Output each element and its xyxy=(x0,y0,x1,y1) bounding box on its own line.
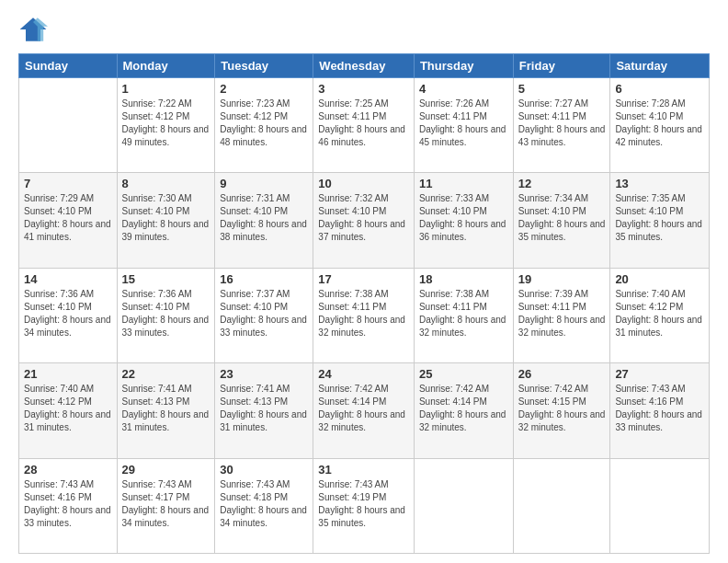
calendar-cell: 5Sunrise: 7:27 AMSunset: 4:11 PMDaylight… xyxy=(513,78,610,173)
cell-day-number: 19 xyxy=(518,272,606,286)
calendar-cell: 10Sunrise: 7:32 AMSunset: 4:10 PMDayligh… xyxy=(313,173,415,268)
cell-info: Sunrise: 7:28 AMSunset: 4:10 PMDaylight:… xyxy=(615,98,704,149)
cell-info: Sunrise: 7:42 AMSunset: 4:14 PMDaylight:… xyxy=(318,383,409,434)
cell-day-number: 26 xyxy=(518,367,606,381)
cell-info: Sunrise: 7:37 AMSunset: 4:10 PMDaylight:… xyxy=(220,288,308,339)
cell-day-number: 31 xyxy=(318,463,409,477)
calendar-cell: 15Sunrise: 7:36 AMSunset: 4:10 PMDayligh… xyxy=(117,268,215,362)
calendar-cell: 25Sunrise: 7:42 AMSunset: 4:14 PMDayligh… xyxy=(414,363,513,458)
calendar-cell: 31Sunrise: 7:43 AMSunset: 4:19 PMDayligh… xyxy=(313,458,415,553)
cell-day-number: 25 xyxy=(419,367,508,381)
header xyxy=(18,15,710,44)
logo xyxy=(18,15,51,44)
cell-info: Sunrise: 7:41 AMSunset: 4:13 PMDaylight:… xyxy=(122,383,210,434)
cell-day-number: 20 xyxy=(615,272,704,286)
calendar-week-row: 14Sunrise: 7:36 AMSunset: 4:10 PMDayligh… xyxy=(19,268,710,362)
calendar-week-row: 28Sunrise: 7:43 AMSunset: 4:16 PMDayligh… xyxy=(19,458,710,553)
cell-day-number: 10 xyxy=(318,177,409,190)
cell-info: Sunrise: 7:29 AMSunset: 4:10 PMDaylight:… xyxy=(24,192,112,244)
cell-day-number: 14 xyxy=(24,272,112,286)
cell-info: Sunrise: 7:32 AMSunset: 4:10 PMDaylight:… xyxy=(318,192,409,244)
calendar-cell: 13Sunrise: 7:35 AMSunset: 4:10 PMDayligh… xyxy=(610,173,710,268)
cell-info: Sunrise: 7:35 AMSunset: 4:10 PMDaylight:… xyxy=(615,192,704,244)
calendar-cell: 18Sunrise: 7:38 AMSunset: 4:11 PMDayligh… xyxy=(414,268,513,362)
cell-info: Sunrise: 7:33 AMSunset: 4:10 PMDaylight:… xyxy=(419,192,508,244)
cell-day-number: 11 xyxy=(419,177,508,190)
cell-day-number: 18 xyxy=(419,272,508,286)
cell-info: Sunrise: 7:30 AMSunset: 4:10 PMDaylight:… xyxy=(122,192,210,244)
cell-info: Sunrise: 7:38 AMSunset: 4:11 PMDaylight:… xyxy=(318,288,409,339)
calendar-cell: 7Sunrise: 7:29 AMSunset: 4:10 PMDaylight… xyxy=(19,173,118,268)
weekday-header: Monday xyxy=(117,54,215,78)
calendar-cell: 9Sunrise: 7:31 AMSunset: 4:10 PMDaylight… xyxy=(215,173,313,268)
cell-info: Sunrise: 7:43 AMSunset: 4:19 PMDaylight:… xyxy=(318,478,409,530)
calendar-cell: 27Sunrise: 7:43 AMSunset: 4:16 PMDayligh… xyxy=(610,363,710,458)
cell-info: Sunrise: 7:25 AMSunset: 4:11 PMDaylight:… xyxy=(318,98,409,149)
calendar-cell xyxy=(610,458,710,553)
cell-info: Sunrise: 7:42 AMSunset: 4:14 PMDaylight:… xyxy=(419,383,508,434)
weekday-header: Wednesday xyxy=(313,54,415,78)
calendar-cell: 29Sunrise: 7:43 AMSunset: 4:17 PMDayligh… xyxy=(117,458,215,553)
cell-day-number: 21 xyxy=(24,367,112,381)
calendar-cell: 3Sunrise: 7:25 AMSunset: 4:11 PMDaylight… xyxy=(313,78,415,173)
calendar-cell: 4Sunrise: 7:26 AMSunset: 4:11 PMDaylight… xyxy=(414,78,513,173)
cell-info: Sunrise: 7:27 AMSunset: 4:11 PMDaylight:… xyxy=(518,98,606,149)
calendar-cell: 23Sunrise: 7:41 AMSunset: 4:13 PMDayligh… xyxy=(215,363,313,458)
calendar-cell: 8Sunrise: 7:30 AMSunset: 4:10 PMDaylight… xyxy=(117,173,215,268)
logo-icon xyxy=(18,15,48,44)
cell-info: Sunrise: 7:34 AMSunset: 4:10 PMDaylight:… xyxy=(518,192,606,244)
calendar-table: SundayMondayTuesdayWednesdayThursdayFrid… xyxy=(18,53,710,554)
cell-info: Sunrise: 7:43 AMSunset: 4:16 PMDaylight:… xyxy=(24,478,112,530)
cell-info: Sunrise: 7:43 AMSunset: 4:17 PMDaylight:… xyxy=(122,478,210,530)
cell-info: Sunrise: 7:42 AMSunset: 4:15 PMDaylight:… xyxy=(518,383,606,434)
cell-day-number: 23 xyxy=(220,367,308,381)
weekday-header: Friday xyxy=(513,54,610,78)
calendar-cell: 20Sunrise: 7:40 AMSunset: 4:12 PMDayligh… xyxy=(610,268,710,362)
calendar-cell xyxy=(414,458,513,553)
calendar-cell: 24Sunrise: 7:42 AMSunset: 4:14 PMDayligh… xyxy=(313,363,415,458)
cell-day-number: 1 xyxy=(122,82,210,96)
cell-day-number: 24 xyxy=(318,367,409,381)
cell-day-number: 8 xyxy=(122,177,210,190)
cell-day-number: 4 xyxy=(419,82,508,96)
cell-info: Sunrise: 7:40 AMSunset: 4:12 PMDaylight:… xyxy=(24,383,112,434)
cell-day-number: 5 xyxy=(518,82,606,96)
cell-info: Sunrise: 7:22 AMSunset: 4:12 PMDaylight:… xyxy=(122,98,210,149)
cell-info: Sunrise: 7:38 AMSunset: 4:11 PMDaylight:… xyxy=(419,288,508,339)
cell-day-number: 16 xyxy=(220,272,308,286)
calendar-cell: 11Sunrise: 7:33 AMSunset: 4:10 PMDayligh… xyxy=(414,173,513,268)
calendar-cell: 6Sunrise: 7:28 AMSunset: 4:10 PMDaylight… xyxy=(610,78,710,173)
page: SundayMondayTuesdayWednesdayThursdayFrid… xyxy=(0,0,728,563)
cell-info: Sunrise: 7:43 AMSunset: 4:18 PMDaylight:… xyxy=(220,478,308,530)
cell-day-number: 30 xyxy=(220,463,308,477)
calendar-header-row: SundayMondayTuesdayWednesdayThursdayFrid… xyxy=(19,54,710,78)
weekday-header: Thursday xyxy=(414,54,513,78)
cell-day-number: 28 xyxy=(24,463,112,477)
cell-day-number: 6 xyxy=(615,82,704,96)
cell-info: Sunrise: 7:31 AMSunset: 4:10 PMDaylight:… xyxy=(220,192,308,244)
calendar-cell: 12Sunrise: 7:34 AMSunset: 4:10 PMDayligh… xyxy=(513,173,610,268)
calendar-cell: 16Sunrise: 7:37 AMSunset: 4:10 PMDayligh… xyxy=(215,268,313,362)
calendar-cell: 22Sunrise: 7:41 AMSunset: 4:13 PMDayligh… xyxy=(117,363,215,458)
cell-info: Sunrise: 7:41 AMSunset: 4:13 PMDaylight:… xyxy=(220,383,308,434)
cell-day-number: 9 xyxy=(220,177,308,190)
calendar-week-row: 1Sunrise: 7:22 AMSunset: 4:12 PMDaylight… xyxy=(19,78,710,173)
cell-info: Sunrise: 7:36 AMSunset: 4:10 PMDaylight:… xyxy=(122,288,210,339)
cell-info: Sunrise: 7:43 AMSunset: 4:16 PMDaylight:… xyxy=(615,383,704,434)
cell-info: Sunrise: 7:36 AMSunset: 4:10 PMDaylight:… xyxy=(24,288,112,339)
cell-day-number: 29 xyxy=(122,463,210,477)
weekday-header: Saturday xyxy=(610,54,710,78)
cell-day-number: 15 xyxy=(122,272,210,286)
cell-day-number: 13 xyxy=(615,177,704,190)
cell-day-number: 2 xyxy=(220,82,308,96)
cell-info: Sunrise: 7:39 AMSunset: 4:11 PMDaylight:… xyxy=(518,288,606,339)
calendar-cell xyxy=(19,78,118,173)
calendar-week-row: 21Sunrise: 7:40 AMSunset: 4:12 PMDayligh… xyxy=(19,363,710,458)
calendar-cell: 21Sunrise: 7:40 AMSunset: 4:12 PMDayligh… xyxy=(19,363,118,458)
calendar-week-row: 7Sunrise: 7:29 AMSunset: 4:10 PMDaylight… xyxy=(19,173,710,268)
weekday-header: Tuesday xyxy=(215,54,313,78)
cell-day-number: 3 xyxy=(318,82,409,96)
cell-day-number: 12 xyxy=(518,177,606,190)
cell-info: Sunrise: 7:23 AMSunset: 4:12 PMDaylight:… xyxy=(220,98,308,149)
calendar-cell: 17Sunrise: 7:38 AMSunset: 4:11 PMDayligh… xyxy=(313,268,415,362)
